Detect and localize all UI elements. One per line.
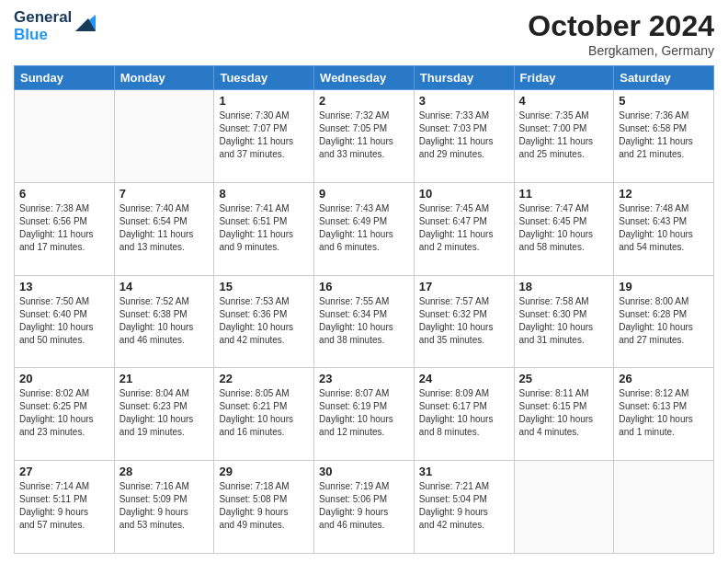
day-number: 4 — [519, 94, 609, 108]
calendar-table: SundayMondayTuesdayWednesdayThursdayFrid… — [14, 65, 714, 554]
calendar-cell: 21Sunrise: 8:04 AM Sunset: 6:23 PM Dayli… — [114, 368, 214, 461]
calendar-cell: 13Sunrise: 7:50 AM Sunset: 6:40 PM Dayli… — [15, 275, 115, 368]
day-number: 20 — [19, 372, 109, 385]
day-number: 14 — [119, 280, 210, 293]
weekday-header-thursday: Thursday — [414, 66, 514, 90]
calendar-cell: 8Sunrise: 7:41 AM Sunset: 6:51 PM Daylig… — [214, 182, 314, 275]
calendar-cell: 14Sunrise: 7:52 AM Sunset: 6:38 PM Dayli… — [114, 275, 214, 368]
day-detail: Sunrise: 8:09 AM Sunset: 6:17 PM Dayligh… — [419, 387, 509, 439]
day-detail: Sunrise: 8:02 AM Sunset: 6:25 PM Dayligh… — [19, 387, 109, 439]
calendar-cell: 27Sunrise: 7:14 AM Sunset: 5:11 PM Dayli… — [15, 461, 115, 554]
day-detail: Sunrise: 7:43 AM Sunset: 6:49 PM Dayligh… — [319, 202, 409, 254]
calendar-cell: 22Sunrise: 8:05 AM Sunset: 6:21 PM Dayli… — [214, 368, 314, 461]
calendar-cell: 2Sunrise: 7:32 AM Sunset: 7:05 PM Daylig… — [314, 90, 415, 183]
calendar-cell: 16Sunrise: 7:55 AM Sunset: 6:34 PM Dayli… — [314, 275, 415, 368]
calendar-cell: 29Sunrise: 7:18 AM Sunset: 5:08 PM Dayli… — [214, 461, 314, 554]
week-row-2: 6Sunrise: 7:38 AM Sunset: 6:56 PM Daylig… — [15, 182, 714, 275]
day-number: 13 — [19, 280, 109, 293]
day-detail: Sunrise: 7:18 AM Sunset: 5:08 PM Dayligh… — [219, 480, 309, 532]
day-detail: Sunrise: 7:16 AM Sunset: 5:09 PM Dayligh… — [119, 480, 210, 532]
day-detail: Sunrise: 7:48 AM Sunset: 6:43 PM Dayligh… — [619, 202, 709, 254]
day-number: 22 — [219, 372, 309, 385]
calendar-cell: 15Sunrise: 7:53 AM Sunset: 6:36 PM Dayli… — [214, 275, 314, 368]
calendar-cell: 7Sunrise: 7:40 AM Sunset: 6:54 PM Daylig… — [114, 182, 214, 275]
day-number: 29 — [219, 465, 309, 478]
day-detail: Sunrise: 7:38 AM Sunset: 6:56 PM Dayligh… — [19, 202, 109, 254]
day-number: 21 — [119, 372, 210, 385]
location: Bergkamen, Germany — [528, 43, 714, 58]
calendar-cell — [114, 90, 214, 183]
day-number: 7 — [119, 187, 210, 201]
calendar-cell: 20Sunrise: 8:02 AM Sunset: 6:25 PM Dayli… — [15, 368, 115, 461]
calendar-cell: 6Sunrise: 7:38 AM Sunset: 6:56 PM Daylig… — [15, 182, 115, 275]
month-title: October 2024 — [528, 9, 714, 43]
week-row-5: 27Sunrise: 7:14 AM Sunset: 5:11 PM Dayli… — [15, 461, 714, 554]
day-number: 23 — [319, 372, 409, 385]
day-number: 10 — [419, 187, 509, 201]
week-row-3: 13Sunrise: 7:50 AM Sunset: 6:40 PM Dayli… — [15, 275, 714, 368]
day-detail: Sunrise: 8:07 AM Sunset: 6:19 PM Dayligh… — [319, 387, 409, 439]
calendar-cell: 9Sunrise: 7:43 AM Sunset: 6:49 PM Daylig… — [314, 182, 415, 275]
day-number: 15 — [219, 280, 309, 293]
calendar-cell: 18Sunrise: 7:58 AM Sunset: 6:30 PM Dayli… — [514, 275, 614, 368]
calendar-cell: 19Sunrise: 8:00 AM Sunset: 6:28 PM Dayli… — [614, 275, 714, 368]
day-detail: Sunrise: 7:57 AM Sunset: 6:32 PM Dayligh… — [419, 295, 509, 347]
calendar-cell — [15, 90, 115, 183]
day-detail: Sunrise: 8:04 AM Sunset: 6:23 PM Dayligh… — [119, 387, 210, 439]
calendar-cell: 1Sunrise: 7:30 AM Sunset: 7:07 PM Daylig… — [214, 90, 314, 183]
calendar-cell: 11Sunrise: 7:47 AM Sunset: 6:45 PM Dayli… — [514, 182, 614, 275]
week-row-4: 20Sunrise: 8:02 AM Sunset: 6:25 PM Dayli… — [15, 368, 714, 461]
day-number: 11 — [519, 187, 609, 201]
day-detail: Sunrise: 7:14 AM Sunset: 5:11 PM Dayligh… — [19, 480, 109, 532]
day-number: 2 — [319, 94, 409, 108]
day-detail: Sunrise: 7:55 AM Sunset: 6:34 PM Dayligh… — [319, 295, 409, 347]
day-number: 1 — [219, 94, 309, 108]
day-number: 19 — [619, 280, 709, 293]
day-detail: Sunrise: 7:40 AM Sunset: 6:54 PM Dayligh… — [119, 202, 210, 254]
calendar-cell: 17Sunrise: 7:57 AM Sunset: 6:32 PM Dayli… — [414, 275, 514, 368]
page: General Blue October 2024 Bergkamen, Ger… — [0, 0, 728, 563]
calendar-cell: 4Sunrise: 7:35 AM Sunset: 7:00 PM Daylig… — [514, 90, 614, 183]
day-number: 8 — [219, 187, 309, 201]
calendar-cell: 30Sunrise: 7:19 AM Sunset: 5:06 PM Dayli… — [314, 461, 415, 554]
title-area: October 2024 Bergkamen, Germany — [528, 9, 714, 58]
weekday-header-saturday: Saturday — [614, 66, 714, 90]
day-number: 27 — [19, 465, 109, 478]
day-detail: Sunrise: 7:30 AM Sunset: 7:07 PM Dayligh… — [219, 109, 309, 161]
logo: General Blue — [14, 9, 96, 43]
day-detail: Sunrise: 8:12 AM Sunset: 6:13 PM Dayligh… — [619, 387, 709, 439]
day-number: 5 — [619, 94, 709, 108]
day-detail: Sunrise: 8:11 AM Sunset: 6:15 PM Dayligh… — [519, 387, 609, 439]
calendar-cell: 26Sunrise: 8:12 AM Sunset: 6:13 PM Dayli… — [614, 368, 714, 461]
calendar-cell: 28Sunrise: 7:16 AM Sunset: 5:09 PM Dayli… — [114, 461, 214, 554]
header: General Blue October 2024 Bergkamen, Ger… — [14, 9, 714, 58]
calendar-cell: 23Sunrise: 8:07 AM Sunset: 6:19 PM Dayli… — [314, 368, 415, 461]
calendar-cell — [614, 461, 714, 554]
day-detail: Sunrise: 7:50 AM Sunset: 6:40 PM Dayligh… — [19, 295, 109, 347]
week-row-1: 1Sunrise: 7:30 AM Sunset: 7:07 PM Daylig… — [15, 90, 714, 183]
calendar-cell: 12Sunrise: 7:48 AM Sunset: 6:43 PM Dayli… — [614, 182, 714, 275]
weekday-header-monday: Monday — [114, 66, 214, 90]
weekday-header-row: SundayMondayTuesdayWednesdayThursdayFrid… — [15, 66, 714, 90]
day-detail: Sunrise: 7:21 AM Sunset: 5:04 PM Dayligh… — [419, 480, 509, 532]
calendar-cell: 24Sunrise: 8:09 AM Sunset: 6:17 PM Dayli… — [414, 368, 514, 461]
calendar-cell — [514, 461, 614, 554]
day-detail: Sunrise: 8:05 AM Sunset: 6:21 PM Dayligh… — [219, 387, 309, 439]
day-detail: Sunrise: 7:58 AM Sunset: 6:30 PM Dayligh… — [519, 295, 609, 347]
day-detail: Sunrise: 7:53 AM Sunset: 6:36 PM Dayligh… — [219, 295, 309, 347]
day-detail: Sunrise: 7:33 AM Sunset: 7:03 PM Dayligh… — [419, 109, 509, 161]
weekday-header-sunday: Sunday — [15, 66, 115, 90]
calendar-cell: 3Sunrise: 7:33 AM Sunset: 7:03 PM Daylig… — [414, 90, 514, 183]
logo-general: General — [14, 9, 72, 27]
day-number: 17 — [419, 280, 509, 293]
calendar-cell: 25Sunrise: 8:11 AM Sunset: 6:15 PM Dayli… — [514, 368, 614, 461]
day-number: 16 — [319, 280, 409, 293]
day-number: 26 — [619, 372, 709, 385]
day-detail: Sunrise: 7:36 AM Sunset: 6:58 PM Dayligh… — [619, 109, 709, 161]
day-detail: Sunrise: 7:45 AM Sunset: 6:47 PM Dayligh… — [419, 202, 509, 254]
day-number: 6 — [19, 187, 109, 201]
weekday-header-wednesday: Wednesday — [314, 66, 415, 90]
day-detail: Sunrise: 7:35 AM Sunset: 7:00 PM Dayligh… — [519, 109, 609, 161]
day-number: 31 — [419, 465, 509, 478]
day-number: 12 — [619, 187, 709, 201]
